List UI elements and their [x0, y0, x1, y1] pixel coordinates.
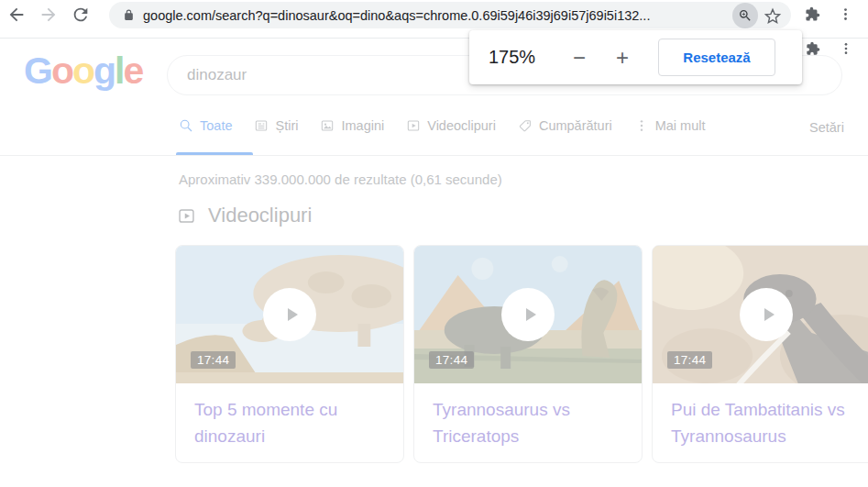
video-title-link[interactable]: Tyrannosaurus vs Triceratops [414, 383, 642, 449]
zoom-out-button[interactable]: − [564, 42, 595, 73]
web-page: Google dinozaur Toate Știri Imagini [0, 39, 868, 487]
images-icon [320, 118, 335, 133]
tab-imagini[interactable]: Imagini [320, 118, 384, 133]
google-logo[interactable]: Google [24, 50, 142, 93]
results-stats: Aproximativ 339.000.000 de rezultate (0,… [179, 172, 502, 187]
lock-icon [123, 9, 135, 21]
video-thumbnail[interactable]: 17:44 [176, 246, 403, 383]
tab-mai-mult[interactable]: Mai mult [634, 118, 706, 133]
zoom-reset-button[interactable]: Resetează [658, 39, 775, 76]
play-button-icon[interactable] [740, 288, 793, 341]
video-duration: 17:44 [667, 351, 712, 369]
videos-icon [406, 118, 421, 133]
reload-icon[interactable] [71, 5, 91, 25]
search-icon [179, 118, 193, 133]
video-card[interactable]: 17:44 Tyrannosaurus vs Triceratops [413, 245, 643, 463]
videos-section-title: Videoclipuri [208, 204, 312, 227]
zoom-indicator-icon[interactable] [732, 3, 758, 28]
tab-videoclipuri[interactable]: Videoclipuri [406, 118, 496, 133]
video-thumbnail[interactable]: 17:44 [653, 246, 868, 383]
video-card[interactable]: 17:44 Top 5 momente cu dinozauri [175, 245, 404, 463]
video-thumbnail[interactable]: 17:44 [414, 246, 642, 383]
video-title-link[interactable]: Pui de Tambatitanis vs Tyrannosaurus [653, 383, 868, 449]
play-button-icon[interactable] [263, 288, 316, 341]
video-duration: 17:44 [429, 351, 474, 369]
tab-toate[interactable]: Toate [179, 118, 232, 133]
menu-icon-secondary[interactable] [839, 41, 853, 56]
tab-stiri[interactable]: Știri [254, 118, 298, 133]
news-icon [254, 118, 269, 133]
search-query-text: dinozaur [187, 66, 247, 84]
video-duration: 17:44 [191, 351, 236, 369]
browser-window: google.com/search?q=dinosaur&oq=dino&aqs… [0, 0, 868, 487]
address-bar[interactable]: google.com/search?q=dinosaur&oq=dino&aqs… [109, 2, 791, 28]
bookmark-star-icon[interactable] [764, 6, 782, 25]
video-section-icon [177, 206, 196, 226]
zoom-level: 175% [489, 47, 545, 68]
tabs-separator [0, 155, 868, 156]
back-icon[interactable] [6, 5, 27, 25]
more-dots-icon [634, 118, 649, 133]
extensions-icon[interactable] [805, 6, 820, 22]
chrome-menu-icon[interactable] [838, 6, 853, 22]
zoom-popup: 175% − + Resetează [469, 30, 802, 84]
shopping-icon [518, 118, 533, 133]
zoom-in-button[interactable]: + [607, 42, 638, 73]
extensions-icon-secondary[interactable] [806, 41, 820, 56]
result-tabs: Toate Știri Imagini Videoclipuri Cumpără… [179, 118, 706, 133]
video-cards-row: 17:44 Top 5 momente cu dinozauri [175, 245, 868, 463]
video-card[interactable]: 17:44 Pui de Tambatitanis vs Tyrannosaur… [652, 245, 868, 463]
url-text[interactable]: google.com/search?q=dinosaur&oq=dino&aqs… [143, 8, 732, 23]
settings-link[interactable]: Setări [809, 120, 844, 135]
video-title-link[interactable]: Top 5 momente cu dinozauri [176, 383, 403, 449]
videos-section-header: Videoclipuri [177, 204, 312, 227]
forward-icon[interactable] [38, 5, 59, 25]
tab-cumparaturi[interactable]: Cumpărături [518, 118, 612, 133]
play-button-icon[interactable] [501, 288, 555, 341]
